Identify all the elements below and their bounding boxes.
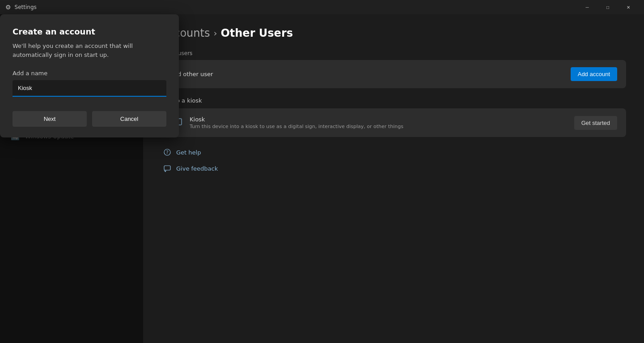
give-feedback-link[interactable]: Give feedback [161, 160, 626, 176]
titlebar-title: Settings [15, 4, 37, 10]
settings-icon: ⚙ [5, 4, 11, 11]
modal-description: We'll help you create an account that wi… [13, 42, 166, 59]
close-button[interactable]: ✕ [618, 0, 639, 14]
svg-text:?: ? [166, 150, 168, 155]
get-help-icon: ? [163, 148, 172, 157]
field-label: Add a name [13, 70, 166, 77]
name-input[interactable] [13, 80, 166, 97]
breadcrumb: Accounts › Other Users [161, 27, 626, 39]
kiosk-title: Kiosk [190, 116, 403, 123]
kiosk-card-left: Kiosk Turn this device into a kiosk to u… [170, 116, 403, 130]
modal-title: Create an account [13, 27, 166, 36]
get-started-button[interactable]: Get started [574, 116, 617, 130]
kiosk-description: Turn this device into a kiosk to use as … [190, 124, 403, 129]
maximize-button[interactable]: □ [597, 0, 618, 14]
main-content: Accounts › Other Users Other users Add o… [143, 14, 644, 343]
kiosk-text: Kiosk Turn this device into a kiosk to u… [190, 116, 403, 129]
svg-rect-5 [164, 166, 170, 170]
add-other-user-card: Add other user Add account [161, 60, 626, 88]
titlebar: ⚙ Settings ─ □ ✕ [0, 0, 644, 14]
kiosk-card: Kiosk Turn this device into a kiosk to u… [161, 108, 626, 137]
next-button[interactable]: Next [13, 111, 87, 127]
give-feedback-icon [163, 164, 172, 173]
get-help-link[interactable]: ? Get help [161, 144, 626, 160]
kiosk-section-title: Set up a kiosk [161, 97, 626, 104]
breadcrumb-current: Other Users [220, 27, 293, 39]
minimize-button[interactable]: ─ [577, 0, 597, 14]
give-feedback-text: Give feedback [176, 165, 218, 172]
other-users-label: Other users [161, 50, 626, 56]
window-controls: ─ □ ✕ [577, 0, 639, 14]
breadcrumb-separator: › [213, 28, 217, 39]
cancel-button[interactable]: Cancel [92, 111, 166, 127]
modal-buttons: Next Cancel [13, 111, 166, 127]
get-help-text: Get help [176, 149, 201, 156]
add-account-button[interactable]: Add account [571, 67, 617, 81]
create-account-modal: Create an account We'll help you create … [0, 14, 179, 137]
